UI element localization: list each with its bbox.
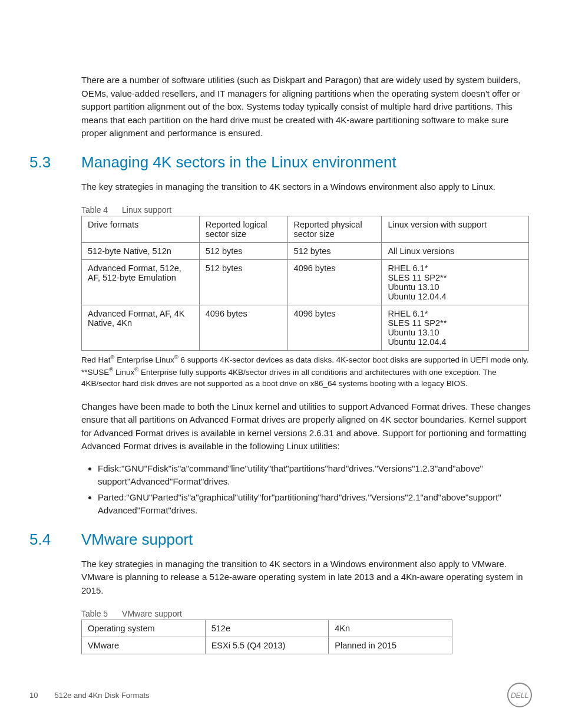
- dell-logo-icon: DELL: [507, 682, 533, 708]
- table-5-caption: Table 5 VMware support: [81, 609, 533, 618]
- table-row: Advanced Format, AF, 4K Native, 4Kn 4096…: [82, 305, 529, 351]
- th-logical-size: Reported logical sector size: [199, 216, 287, 243]
- th-physical-size: Reported physical sector size: [287, 216, 382, 243]
- section-5-3-paragraph: Changes have been made to both the Linux…: [81, 400, 533, 453]
- page-footer: 10 512e and 4Kn Disk Formats DELL: [29, 682, 533, 708]
- section-title: Managing 4K sectors in the Linux environ…: [81, 153, 396, 172]
- table-5: Operating system 512e 4Kn VMware ESXi 5.…: [81, 620, 452, 654]
- th-drive-formats: Drive formats: [82, 216, 200, 243]
- section-5-4-header: 5.4 VMware support: [29, 531, 533, 549]
- section-title: VMware support: [81, 531, 193, 549]
- table-5-label: Table 5: [81, 609, 108, 618]
- section-number: 5.3: [29, 153, 65, 172]
- table-header-row: Drive formats Reported logical sector si…: [82, 216, 529, 243]
- table-header-row: Operating system 512e 4Kn: [82, 620, 452, 637]
- table-4-footnotes: Red Hat® Enterprise Linux® 6 supports 4K…: [81, 353, 533, 390]
- svg-text:DELL: DELL: [511, 691, 529, 700]
- list-item: Fdisk:"GNU"Fdisk"is"a"command"line"utili…: [98, 462, 533, 489]
- table-4: Drive formats Reported logical sector si…: [81, 216, 529, 351]
- th-4kn: 4Kn: [329, 620, 452, 637]
- section-5-4-lead: The key strategies in managing the trans…: [81, 558, 533, 598]
- table-4-title: Linux support: [122, 205, 171, 215]
- table-row: 512-byte Native, 512n 512 bytes 512 byte…: [82, 243, 529, 260]
- table-4-label: Table 4: [81, 205, 108, 215]
- section-5-3-lead: The key strategies in managing the trans…: [81, 180, 533, 194]
- table-row: Advanced Format, 512e, AF, 512-byte Emul…: [82, 260, 529, 305]
- table-5-title: VMware support: [122, 609, 182, 618]
- th-os: Operating system: [82, 620, 206, 637]
- th-512e: 512e: [205, 620, 329, 637]
- section-5-3-header: 5.3 Managing 4K sectors in the Linux env…: [29, 153, 533, 172]
- utilities-list: Fdisk:"GNU"Fdisk"is"a"command"line"utili…: [81, 462, 533, 518]
- table-4-caption: Table 4 Linux support: [81, 205, 533, 215]
- section-number: 5.4: [29, 531, 65, 549]
- th-linux-version: Linux version with support: [382, 216, 529, 243]
- page-number: 10: [29, 691, 38, 700]
- intro-paragraph: There are a number of software utilities…: [81, 74, 533, 140]
- list-item: Parted:"GNU"Parted"is"a"graphical"utilit…: [98, 491, 533, 518]
- table-row: VMware ESXi 5.5 (Q4 2013) Planned in 201…: [82, 637, 452, 654]
- document-title: 512e and 4Kn Disk Formats: [54, 691, 149, 700]
